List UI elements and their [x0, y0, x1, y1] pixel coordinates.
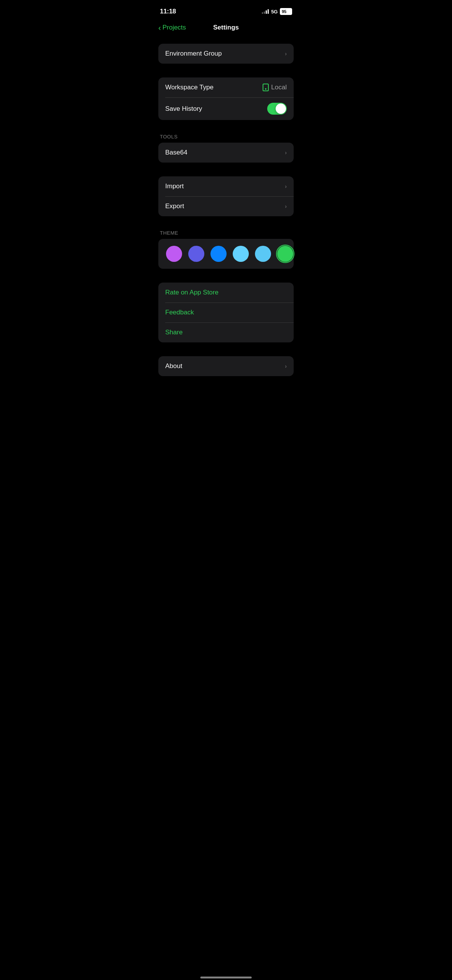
workspace-type-row[interactable]: Workspace Type Local [158, 77, 294, 97]
import-right: › [285, 183, 287, 189]
share-label: Share [165, 329, 182, 336]
export-chevron-icon: › [285, 203, 287, 209]
import-chevron-icon: › [285, 183, 287, 189]
theme-section: THEME [158, 230, 294, 269]
save-history-label: Save History [165, 105, 202, 113]
import-export-group: Import › Export › [158, 176, 294, 216]
theme-color-purple[interactable] [166, 246, 182, 262]
workspace-type-value: Local [263, 84, 287, 91]
status-time: 11:18 [160, 8, 176, 15]
theme-color-blue[interactable] [210, 246, 227, 262]
save-history-row[interactable]: Save History [158, 97, 294, 120]
toggle-thumb [276, 104, 286, 114]
workspace-group: Workspace Type Local Save History [158, 77, 294, 120]
base64-row[interactable]: Base64 › [158, 143, 294, 163]
workspace-type-text: Local [271, 84, 287, 91]
theme-section-label: THEME [158, 230, 294, 236]
status-icons: 5G 95 [262, 8, 292, 15]
page-title: Settings [213, 24, 239, 31]
environment-group-label: Environment Group [165, 50, 222, 58]
feedback-group: Rate on App Store Feedback Share [158, 283, 294, 342]
base64-chevron-icon: › [285, 150, 287, 156]
back-chevron-icon: ‹ [158, 24, 161, 31]
import-row[interactable]: Import › [158, 176, 294, 196]
theme-color-group [158, 239, 294, 269]
import-label: Import [165, 183, 184, 190]
theme-color-green[interactable] [277, 246, 293, 262]
base64-group: Base64 › [158, 143, 294, 163]
about-group: About › [158, 356, 294, 376]
workspace-type-label: Workspace Type [165, 84, 214, 91]
settings-content: Environment Group › Workspace Type Local… [151, 38, 301, 411]
theme-color-indigo[interactable] [188, 246, 204, 262]
signal-bars-icon [262, 9, 269, 14]
back-button[interactable]: ‹ Projects [158, 24, 186, 31]
phone-icon [263, 84, 269, 91]
tools-section: TOOLS Base64 › [158, 134, 294, 163]
tools-section-label: TOOLS [158, 134, 294, 140]
theme-color-teal[interactable] [255, 246, 271, 262]
rate-app-store-row[interactable]: Rate on App Store [158, 283, 294, 303]
about-row[interactable]: About › [158, 356, 294, 376]
theme-color-light-blue[interactable] [233, 246, 249, 262]
feedback-label: Feedback [165, 309, 194, 316]
battery-level: 95 [282, 9, 286, 14]
about-right: › [285, 363, 287, 369]
status-bar: 11:18 5G 95 [151, 0, 301, 21]
share-row[interactable]: Share [158, 322, 294, 342]
network-label: 5G [271, 9, 278, 15]
about-label: About [165, 362, 182, 370]
export-row[interactable]: Export › [158, 196, 294, 216]
save-history-toggle[interactable] [267, 103, 287, 115]
base64-label: Base64 [165, 149, 187, 156]
export-label: Export [165, 202, 184, 210]
feedback-row[interactable]: Feedback [158, 303, 294, 322]
environment-chevron-icon: › [285, 51, 287, 57]
rate-app-store-label: Rate on App Store [165, 289, 219, 296]
environment-group: Environment Group › [158, 44, 294, 64]
environment-group-right: › [285, 51, 287, 57]
environment-group-row[interactable]: Environment Group › [158, 44, 294, 64]
export-right: › [285, 203, 287, 209]
battery-icon: 95 [280, 8, 292, 15]
nav-header: ‹ Projects Settings [151, 21, 301, 38]
back-label: Projects [163, 24, 186, 31]
base64-right: › [285, 150, 287, 156]
about-chevron-icon: › [285, 363, 287, 369]
